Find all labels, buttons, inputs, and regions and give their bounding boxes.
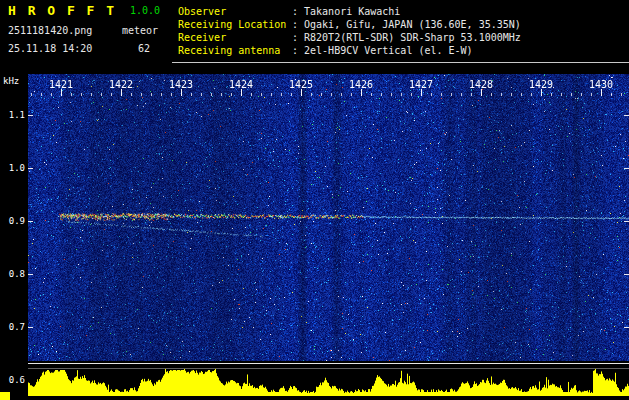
frequency-unit-label: kHz xyxy=(3,76,19,86)
info-colon: : xyxy=(292,32,298,43)
info-value: Takanori Kawachi xyxy=(304,6,400,17)
app-version: 1.0.0 xyxy=(130,5,160,16)
header: H R O F F T 1.0.0 2511181420.png meteor … xyxy=(0,0,629,74)
header-underline xyxy=(172,62,629,63)
freq-tick-label: 0.6 xyxy=(0,375,25,385)
mode-label: meteor xyxy=(122,25,158,36)
time-tick-label: 1429 xyxy=(525,79,557,90)
output-filename: 2511181420.png xyxy=(8,25,92,36)
info-row-receiver: Receiver:R820T2(RTL-SDR) SDR-Sharp 53.10… xyxy=(178,31,521,44)
time-tick-label: 1426 xyxy=(345,79,377,90)
bottom-left-marker xyxy=(0,392,10,400)
freq-tick-label: 0.7 xyxy=(0,322,25,332)
echo-count: 62 xyxy=(138,43,150,54)
info-label: Receiving Location xyxy=(178,18,292,31)
time-tick-label: 1428 xyxy=(465,79,497,90)
freq-tick-label: 0.9 xyxy=(0,216,25,226)
info-value: Ogaki, Gifu, JAPAN (136.60E, 35.35N) xyxy=(304,19,521,30)
hrofft-window: H R O F F T 1.0.0 2511181420.png meteor … xyxy=(0,0,629,400)
info-row-location: Receiving Location:Ogaki, Gifu, JAPAN (1… xyxy=(178,18,521,31)
info-colon: : xyxy=(292,19,298,30)
time-tick-label: 1422 xyxy=(105,79,137,90)
freq-tick-label: 1.0 xyxy=(0,163,25,173)
time-tick-label: 1421 xyxy=(45,79,77,90)
info-row-antenna: Receiving antenna:2el-HB9CV Vertical (el… xyxy=(178,44,521,57)
info-colon: : xyxy=(292,6,298,17)
time-tick-label: 1424 xyxy=(225,79,257,90)
info-label: Observer xyxy=(178,5,292,18)
info-colon: : xyxy=(292,45,298,56)
time-tick-label: 1425 xyxy=(285,79,317,90)
info-value: R820T2(RTL-SDR) SDR-Sharp 53.1000MHz xyxy=(304,32,521,43)
time-tick-label: 1430 xyxy=(585,79,617,90)
observation-info: Observer:Takanori Kawachi Receiving Loca… xyxy=(178,5,521,57)
freq-tick-label: 1.1 xyxy=(0,110,25,120)
info-value: 2el-HB9CV Vertical (el. E-W) xyxy=(304,45,473,56)
info-label: Receiving antenna xyxy=(178,44,292,57)
app-title: H R O F F T xyxy=(8,3,116,18)
time-tick-label: 1427 xyxy=(405,79,437,90)
spectrogram-canvas xyxy=(28,74,629,400)
time-tick-label: 1423 xyxy=(165,79,197,90)
info-row-observer: Observer:Takanori Kawachi xyxy=(178,5,521,18)
freq-tick-label: 0.8 xyxy=(0,269,25,279)
info-label: Receiver xyxy=(178,31,292,44)
observation-datetime: 25.11.18 14:20 xyxy=(8,43,92,54)
